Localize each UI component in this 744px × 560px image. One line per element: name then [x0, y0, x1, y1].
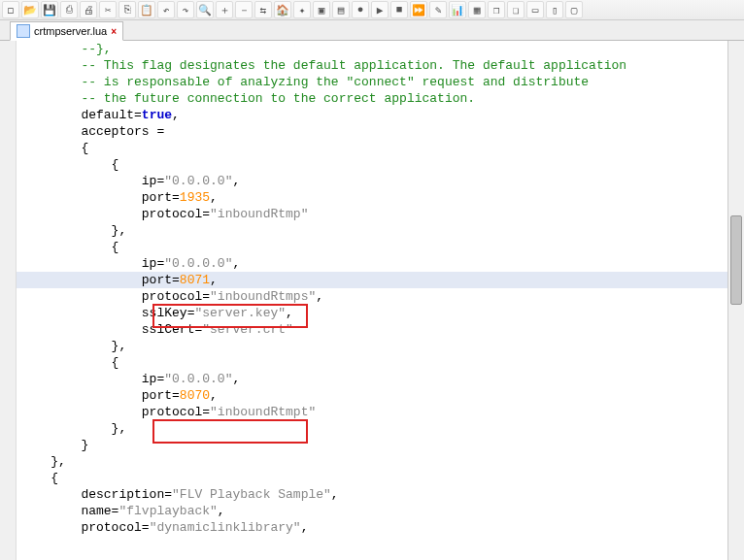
nav2-icon[interactable]: ▤ [332, 1, 350, 18]
code-line: ip="0.0.0.0", [17, 371, 744, 387]
close-icon[interactable]: × [111, 26, 117, 37]
play-icon[interactable]: ▶ [371, 1, 389, 18]
redo-icon[interactable]: ↷ [177, 1, 194, 18]
picker-icon[interactable]: ✎ [429, 1, 447, 18]
code-line: ip="0.0.0.0", [17, 173, 744, 189]
saveall-icon[interactable]: ⎙ [60, 1, 78, 18]
editor-area: --}, -- This flag designates the default… [0, 41, 744, 560]
code-line: --}, [17, 41, 744, 57]
code-line: }, [17, 222, 744, 239]
cut-icon[interactable]: ✂ [99, 1, 117, 18]
code-line: protocol="inboundRtmps", [17, 288, 744, 305]
tab-bar: crtmpserver.lua × [0, 20, 744, 41]
code-line: }, [17, 453, 744, 470]
lua-file-icon [17, 24, 30, 38]
sync-icon[interactable]: ⇆ [254, 1, 272, 18]
code-line: port=1935, [17, 189, 744, 206]
zoomin-icon[interactable]: ＋ [216, 1, 233, 18]
nav1-icon[interactable]: ▣ [313, 1, 330, 18]
home-icon[interactable]: 🏠 [274, 1, 291, 18]
code-line: { [17, 470, 744, 486]
code-line: protocol="inboundRtmpt" [17, 404, 744, 420]
zoomout-icon[interactable]: － [235, 1, 253, 18]
code-line: protocol="inboundRtmp" [17, 206, 744, 222]
code-line: acceptors = [17, 123, 744, 140]
stop-icon[interactable]: ■ [390, 1, 408, 18]
toolbar: ◻ 📂 💾 ⎙ 🖨 ✂ ⎘ 📋 ↶ ↷ 🔍 ＋ － ⇆ 🏠 ✦ ▣ ▤ ● ▶ … [0, 0, 744, 20]
record-icon[interactable]: ● [352, 1, 369, 18]
win2-icon[interactable]: ❏ [507, 1, 524, 18]
save-icon[interactable]: 💾 [41, 1, 58, 18]
code-line: { [17, 239, 744, 255]
code-line: { [17, 354, 744, 371]
search-icon[interactable]: 🔍 [196, 1, 214, 18]
code-line: protocol="dynamiclinklibrary", [17, 519, 744, 536]
code-line: port=8070, [17, 387, 744, 404]
win4-icon[interactable]: ▯ [546, 1, 563, 18]
code-editor[interactable]: --}, -- This flag designates the default… [17, 41, 744, 560]
chart-icon[interactable]: 📊 [449, 1, 466, 18]
ff-icon[interactable]: ⏩ [410, 1, 427, 18]
new-icon[interactable]: ◻ [2, 1, 19, 18]
code-line-highlighted: port=8071, [17, 272, 744, 288]
code-line: sslCert="server.crt" [17, 321, 744, 338]
print-icon[interactable]: 🖨 [80, 1, 97, 18]
undo-icon[interactable]: ↶ [157, 1, 175, 18]
open-icon[interactable]: 📂 [21, 1, 39, 18]
code-line: ip="0.0.0.0", [17, 255, 744, 272]
code-line: name="flvplayback", [17, 503, 744, 519]
code-line: } [17, 437, 744, 453]
code-line: -- the future connection to the correct … [17, 90, 744, 107]
code-line: -- is responsable of analyzing the "conn… [17, 74, 744, 90]
copy-icon[interactable]: ⎘ [118, 1, 136, 18]
tab-filename-label: crtmpserver.lua [34, 25, 107, 37]
grid-icon[interactable]: ▦ [468, 1, 486, 18]
code-line: { [17, 156, 744, 173]
code-line: sslKey="server.key", [17, 305, 744, 321]
vertical-scrollbar[interactable] [727, 41, 744, 560]
win3-icon[interactable]: ▭ [526, 1, 544, 18]
scrollbar-thumb[interactable] [730, 215, 742, 305]
code-line: description="FLV Playback Sample", [17, 486, 744, 503]
code-line: -- This flag designates the default appl… [17, 57, 744, 74]
left-gutter [0, 41, 17, 560]
code-line: default=true, [17, 107, 744, 123]
paste-icon[interactable]: 📋 [138, 1, 155, 18]
code-line: }, [17, 338, 744, 354]
code-line: { [17, 140, 744, 156]
code-line: }, [17, 420, 744, 437]
win1-icon[interactable]: ❐ [488, 1, 505, 18]
toggle-icon[interactable]: ✦ [293, 1, 311, 18]
win5-icon[interactable]: ▢ [565, 1, 583, 18]
tab-file[interactable]: crtmpserver.lua × [10, 21, 123, 41]
